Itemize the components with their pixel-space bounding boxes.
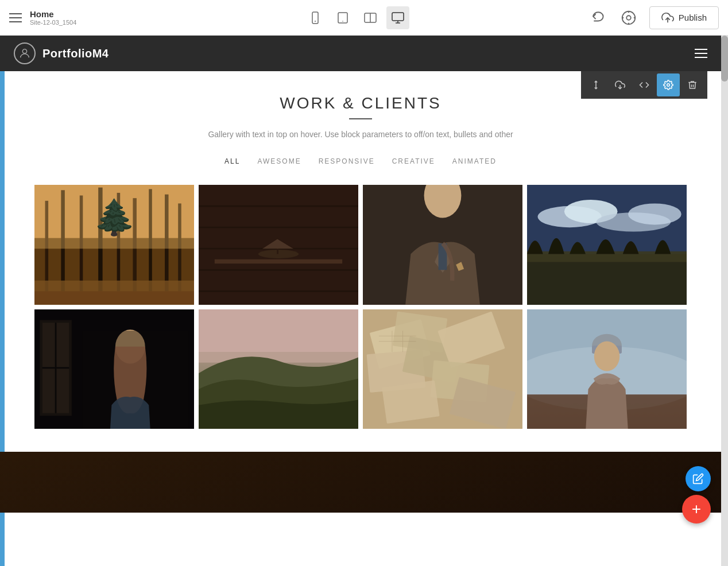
block-toolbar [581, 71, 707, 99]
section-subtitle: Gallery with text in top on hover. Use b… [34, 130, 687, 139]
section-divider [349, 118, 372, 119]
add-fab-button[interactable]: + [682, 495, 711, 524]
main-canvas: PortfolioM4 [0, 36, 721, 566]
page-subtitle: Site-12-03_1504 [30, 19, 76, 26]
svg-point-3 [343, 21, 344, 22]
top-bar: Home Site-12-03_1504 [0, 0, 728, 36]
block-tool-move[interactable] [584, 73, 607, 96]
svg-rect-6 [392, 13, 404, 21]
block-tool-download[interactable] [609, 73, 632, 96]
hero-section-peek [0, 452, 721, 513]
block-tool-code[interactable] [633, 73, 656, 96]
site-nav-toggle[interactable] [695, 49, 707, 58]
add-fab-label: + [692, 501, 701, 517]
block-tool-settings[interactable] [657, 73, 680, 96]
split-view-button[interactable] [359, 6, 382, 29]
svg-point-56 [628, 203, 681, 224]
top-bar-right: Publish [590, 6, 719, 29]
svg-point-1 [315, 21, 316, 22]
publish-label: Publish [679, 13, 707, 22]
gallery-image-forest [34, 185, 194, 305]
filter-tabs: ALL AWESOME RESPONSIVE CREATIVE ANIMATED [34, 155, 687, 168]
tablet-view-button[interactable] [331, 6, 354, 29]
site-logo-text: PortfolioM4 [42, 47, 109, 60]
svg-point-16 [22, 49, 26, 53]
gallery-item-hills[interactable] [199, 309, 358, 429]
svg-rect-87 [0, 452, 721, 513]
gallery-section: WORK & CLIENTS Gallery with text in top … [0, 71, 721, 452]
block-tool-delete[interactable] [681, 73, 704, 96]
undo-button[interactable] [590, 9, 608, 27]
gallery-image-wood [199, 185, 358, 305]
gallery-item-man[interactable] [363, 185, 522, 305]
gallery-item-person-back[interactable] [527, 309, 687, 429]
desktop-view-button[interactable] [386, 6, 409, 29]
edit-fab-button[interactable] [686, 466, 711, 491]
svg-rect-32 [34, 291, 194, 304]
svg-rect-75 [382, 380, 440, 423]
scrollbar-thumb[interactable] [721, 36, 728, 82]
logo-avatar [14, 42, 36, 64]
svg-point-10 [626, 15, 631, 20]
filter-tab-responsive[interactable]: RESPONSIVE [319, 155, 375, 168]
mobile-view-button[interactable] [304, 6, 327, 29]
gallery-item-maps[interactable] [363, 309, 522, 429]
gallery-image-sky [527, 185, 687, 305]
site-header: PortfolioM4 [0, 36, 721, 71]
gallery-item-wood[interactable] [199, 185, 358, 305]
preview-button[interactable] [619, 9, 638, 27]
gallery-item-forest[interactable] [34, 185, 194, 305]
gallery-image-man [363, 185, 522, 305]
image-grid [34, 185, 687, 429]
gallery-image-person-back [527, 309, 687, 429]
gallery-item-dark-figure[interactable] [34, 309, 194, 429]
filter-tab-all[interactable]: ALL [224, 155, 240, 168]
svg-point-86 [594, 341, 619, 371]
section-header: WORK & CLIENTS Gallery with text in top … [34, 94, 687, 139]
top-bar-left: Home Site-12-03_1504 [9, 9, 124, 26]
gallery-image-maps [363, 309, 522, 429]
filter-tab-animated[interactable]: ANIMATED [452, 155, 497, 168]
svg-point-9 [622, 11, 636, 24]
svg-point-19 [667, 84, 670, 87]
device-switcher [124, 6, 590, 29]
publish-button[interactable]: Publish [649, 6, 719, 29]
filter-tab-creative[interactable]: CREATIVE [392, 155, 435, 168]
scrollbar[interactable] [721, 36, 728, 566]
svg-rect-33 [34, 185, 194, 249]
gallery-image-hills [199, 309, 358, 429]
gallery-item-sky[interactable] [527, 185, 687, 305]
page-title: Home [30, 9, 76, 19]
svg-rect-41 [215, 259, 342, 263]
gallery-image-dark-figure [34, 309, 194, 429]
menu-button[interactable] [9, 13, 22, 22]
page-info: Home Site-12-03_1504 [30, 9, 76, 26]
site-logo: PortfolioM4 [14, 42, 109, 64]
filter-tab-awesome[interactable]: AWESOME [257, 155, 301, 168]
